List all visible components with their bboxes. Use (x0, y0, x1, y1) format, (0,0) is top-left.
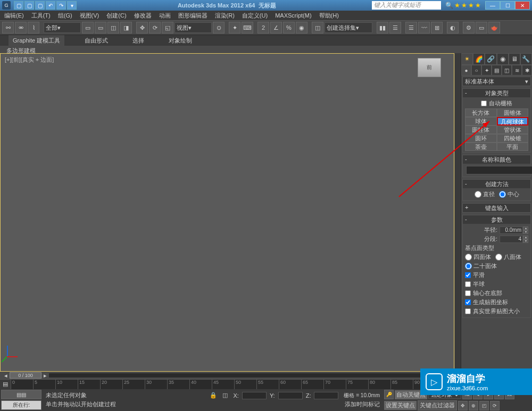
obj-tube-button[interactable]: 管状体 (497, 125, 529, 134)
timeslider-prev-icon[interactable]: ◂ (4, 372, 7, 379)
pivot-icon[interactable]: ⊙ (213, 22, 225, 33)
subtab-geometry-icon[interactable]: ● (461, 65, 471, 76)
viewport-nav-icon[interactable]: ◰ (479, 401, 489, 410)
favorite-icon[interactable]: ★ (468, 2, 474, 9)
obj-box-button[interactable]: 长方体 (465, 108, 497, 117)
render-icon[interactable]: 🫖 (488, 22, 500, 33)
icosa-radio[interactable] (465, 263, 472, 270)
octa-radio[interactable] (495, 254, 502, 261)
render-frame-icon[interactable]: ▭ (476, 22, 487, 33)
spinner-up-icon[interactable]: ▴ (523, 236, 528, 239)
qat-redo-icon[interactable]: ↷ (56, 1, 66, 10)
select-object-icon[interactable]: ▭ (82, 22, 94, 33)
basepivot-checkbox[interactable] (465, 290, 471, 296)
qat-save-icon[interactable]: ▢ (35, 1, 45, 10)
obj-plane-button[interactable]: 平面 (497, 142, 529, 151)
ref-coord-dropdown[interactable]: 视图 ▾ (174, 22, 212, 33)
qat-open-icon[interactable]: ▢ (24, 1, 34, 10)
named-selection-dropdown[interactable]: 创建选择集 ▾ (325, 22, 372, 33)
unlink-icon[interactable]: ⚮ (15, 22, 27, 33)
ribbon-tab-selection[interactable]: 选择 (128, 35, 148, 46)
layers-icon[interactable]: ☰ (405, 22, 417, 33)
search-go-icon[interactable]: 🔍 (445, 2, 453, 9)
keyboard-shortcut-icon[interactable]: ⌨ (242, 22, 253, 33)
subtab-spacewarps-icon[interactable]: ≋ (512, 65, 522, 76)
viewport-nav-icon[interactable]: ✥ (458, 401, 468, 410)
segs-input[interactable] (500, 236, 523, 243)
subtab-lights-icon[interactable]: ✦ (481, 65, 492, 76)
link-icon[interactable]: ⚯ (2, 22, 14, 33)
bind-spacewarp-icon[interactable]: ⌇ (28, 22, 39, 33)
tetra-radio[interactable] (465, 254, 472, 261)
script-mini-icon[interactable]: ▤▤ (1, 390, 41, 399)
obj-sphere-button[interactable]: 球体 (465, 117, 497, 125)
schematic-icon[interactable]: ⊞ (431, 22, 443, 33)
autogrid-checkbox[interactable] (481, 100, 487, 106)
menu-customize[interactable]: 自定义(U) (242, 12, 268, 20)
rollout-header[interactable]: -对象类型 (463, 89, 530, 97)
rotate-icon[interactable]: ⟳ (149, 22, 161, 33)
ribbon-tab-freeform[interactable]: 自由形式 (80, 35, 112, 46)
help-search-input[interactable]: 键入关键字或短语 (372, 1, 441, 10)
rollout-header[interactable]: -参数 (463, 215, 530, 224)
center-radio[interactable] (499, 191, 506, 198)
viewport-scrollbar[interactable] (454, 53, 461, 372)
viewport-label[interactable]: [+][前][真实 + 边面] (5, 56, 54, 64)
lock-icon[interactable]: 🔒 (210, 392, 217, 399)
tab-hierarchy-icon[interactable]: 🔗 (485, 53, 496, 65)
z-coord-input[interactable] (314, 392, 338, 399)
favorite-icon[interactable]: ★ (475, 2, 481, 9)
viewport-front[interactable]: [+][前][真实 + 边面] 前 (0, 53, 454, 372)
app-logo-icon[interactable]: G (2, 1, 11, 10)
timeslider-handle[interactable]: 0 / 100 (10, 372, 41, 379)
menu-animation[interactable]: 动画 (159, 12, 171, 20)
menu-maxscript[interactable]: MAXScript(M) (275, 12, 311, 19)
qat-undo-icon[interactable]: ↶ (46, 1, 55, 10)
mirror-icon[interactable]: ▮▮ (377, 22, 388, 33)
viewport-nav-icon[interactable]: ⟳ (490, 401, 500, 410)
ribbon-tab-paint[interactable]: 对象绘制 (164, 35, 196, 46)
key-icon[interactable]: 🔑 (384, 390, 394, 399)
viewport-nav-icon[interactable]: ⊕ (469, 401, 478, 410)
menu-modifiers[interactable]: 修改器 (134, 12, 152, 20)
timeslider-next-icon[interactable]: ▸ (44, 372, 47, 379)
menu-edit[interactable]: 编辑(E) (4, 12, 24, 20)
mapping-checkbox[interactable] (465, 299, 471, 305)
manipulate-icon[interactable]: ✦ (229, 22, 240, 33)
qat-new-icon[interactable]: ▢ (14, 1, 23, 10)
subtab-systems-icon[interactable]: ✱ (522, 65, 532, 76)
tab-motion-icon[interactable]: ◉ (497, 53, 509, 65)
selection-filter-dropdown[interactable]: 全部 ▾ (44, 22, 81, 33)
snap-2d-icon[interactable]: 2 (257, 22, 269, 33)
subtab-helpers-icon[interactable]: ◫ (502, 65, 512, 76)
isolate-icon[interactable]: ◫ (222, 392, 228, 399)
ribbon-tab-modeling[interactable]: Graphite 建模工具 (9, 35, 64, 46)
menu-help[interactable]: 帮助(H) (319, 12, 339, 20)
align-icon[interactable]: ☰ (389, 22, 401, 33)
spinner-up-icon[interactable]: ▴ (523, 227, 528, 230)
obj-pyramid-button[interactable]: 四棱锥 (497, 134, 529, 142)
subtab-shapes-icon[interactable]: ○ (471, 65, 481, 76)
maximize-button[interactable]: ☐ (500, 1, 515, 10)
obj-cone-button[interactable]: 圆锥体 (497, 108, 529, 117)
material-editor-icon[interactable]: ◐ (447, 22, 459, 33)
obj-teapot-button[interactable]: 茶壶 (465, 142, 497, 151)
window-crossing-icon[interactable]: ◨ (120, 22, 132, 33)
obj-geosphere-button[interactable]: 几何球体 (497, 117, 529, 125)
rollout-header[interactable]: +键盘输入 (463, 204, 530, 212)
obj-cylinder-button[interactable]: 圆柱体 (465, 125, 497, 134)
setkey-button[interactable]: 设置关键点 (384, 401, 417, 410)
menu-rendering[interactable]: 渲染(R) (215, 12, 235, 20)
scale-icon[interactable]: ◱ (162, 22, 173, 33)
rollout-header[interactable]: -创建方法 (463, 180, 530, 188)
category-dropdown[interactable]: 标准基本体▾ (462, 77, 531, 86)
qat-more-icon[interactable]: ▾ (67, 1, 77, 10)
select-region-icon[interactable]: ◫ (107, 22, 119, 33)
minimize-button[interactable]: — (485, 1, 500, 10)
close-button[interactable]: ✕ (515, 1, 530, 10)
edit-named-sel-icon[interactable]: ◫ (312, 22, 323, 33)
spinner-snap-icon[interactable]: ◉ (296, 22, 307, 33)
menu-grapheditors[interactable]: 图形编辑器 (178, 12, 207, 20)
tab-display-icon[interactable]: 🖥 (509, 53, 520, 65)
spinner-down-icon[interactable]: ▾ (523, 230, 528, 234)
